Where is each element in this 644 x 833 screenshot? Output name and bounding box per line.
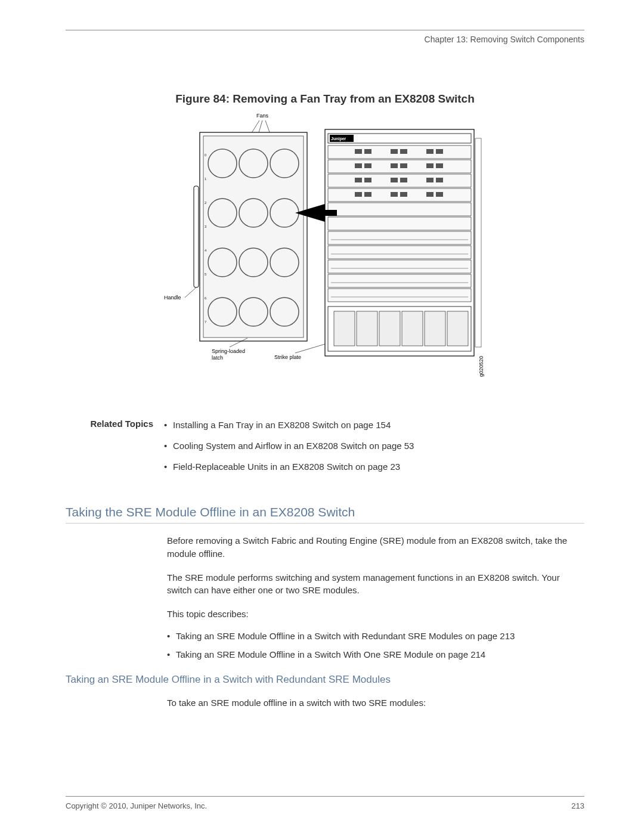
svg-rect-53 [364,163,371,168]
svg-rect-67 [400,192,407,197]
svg-rect-4 [203,136,304,337]
svg-rect-56 [426,163,434,168]
topic-toc-list: Taking an SRE Module Offline in a Switch… [167,630,584,661]
svg-rect-46 [355,149,362,154]
callout-strike-plate: Strike plate [274,354,301,360]
svg-rect-30 [328,145,471,159]
svg-rect-55 [400,163,407,168]
callout-fans: Fans [256,113,269,119]
svg-rect-31 [328,160,471,173]
svg-rect-52 [355,163,362,168]
svg-rect-62 [426,178,434,182]
body-paragraph: Before removing a Switch Fabric and Rout… [167,534,584,561]
svg-rect-35 [328,217,471,230]
svg-rect-72 [357,311,377,346]
figure-id: g020520 [478,356,484,377]
svg-rect-36 [328,231,471,244]
svg-rect-47 [364,149,371,154]
fan-tray-panel: 012 345 67 [194,132,307,341]
svg-rect-68 [426,192,434,197]
svg-rect-54 [391,163,398,168]
svg-rect-60 [391,178,398,182]
callout-handle: Handle [164,295,181,301]
related-topic-item[interactable]: Cooling System and Airflow in an EX8208 … [164,439,414,452]
svg-rect-37 [328,246,471,259]
copyright-text: Copyright © 2010, Juniper Networks, Inc. [66,801,207,810]
body-paragraph: The SRE module performs switching and sy… [167,571,584,597]
figure-title: Figure 84: Removing a Fan Tray from an E… [66,92,584,106]
svg-rect-58 [355,178,362,182]
chapter-header: Chapter 13: Removing Switch Components [425,35,584,44]
svg-rect-65 [364,192,371,197]
svg-rect-61 [400,178,407,182]
toc-item[interactable]: Taking an SRE Module Offline in a Switch… [167,630,584,642]
related-topics-label: Related Topics [66,419,164,481]
svg-rect-66 [391,192,398,197]
brand-label: Juniper [331,137,346,141]
subsection-heading: Taking an SRE Module Offline in a Switch… [66,674,584,686]
svg-rect-50 [426,149,434,154]
svg-rect-38 [328,260,471,273]
section-heading: Taking the SRE Module Offline in an EX82… [66,505,584,524]
svg-rect-64 [355,192,362,197]
figure-container: Fans 012 345 67 [66,109,584,395]
related-topic-item[interactable]: Field-Replaceable Units in an EX8208 Swi… [164,460,414,473]
svg-rect-76 [447,311,468,346]
svg-rect-40 [328,289,471,302]
svg-rect-71 [334,311,355,346]
page-footer: Copyright © 2010, Juniper Networks, Inc.… [66,796,584,810]
svg-rect-49 [400,149,407,154]
svg-rect-59 [364,178,371,182]
svg-rect-74 [402,311,423,346]
svg-rect-39 [328,274,471,287]
svg-rect-34 [328,203,471,216]
svg-rect-51 [436,149,443,154]
svg-rect-32 [328,174,471,187]
svg-rect-48 [391,149,398,154]
svg-rect-25 [194,186,199,287]
body-paragraph: To take an SRE module offline in a switc… [167,696,584,710]
svg-rect-77 [475,138,481,347]
related-topics-section: Related Topics Installing a Fan Tray in … [66,419,584,481]
page-number: 213 [571,801,584,810]
chassis: Juniper [325,129,481,356]
svg-rect-69 [436,192,443,197]
fan-tray-diagram: Fans 012 345 67 [152,109,498,395]
body-paragraph: This topic describes: [167,608,584,621]
svg-rect-33 [328,188,471,202]
related-topics-list: Installing a Fan Tray in an EX8208 Switc… [164,419,414,481]
svg-line-26 [185,287,196,298]
svg-rect-75 [425,311,445,346]
svg-line-80 [295,344,325,353]
related-topic-item[interactable]: Installing a Fan Tray in an EX8208 Switc… [164,419,414,431]
svg-rect-73 [379,311,400,346]
callout-spring-latch: Spring-loaded latch [212,348,247,361]
header-rule [66,30,584,30]
svg-rect-57 [436,163,443,168]
svg-rect-63 [436,178,443,182]
toc-item[interactable]: Taking an SRE Module Offline in a Switch… [167,648,584,661]
